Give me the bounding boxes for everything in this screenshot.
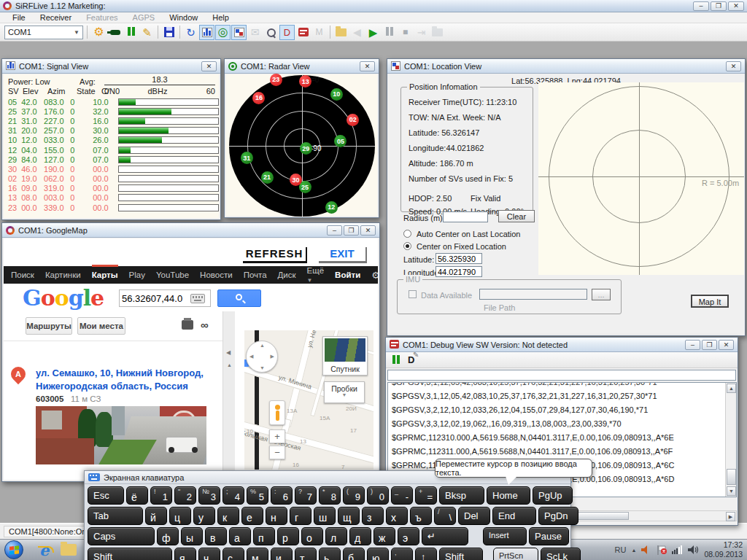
port-selector[interactable]: COM1 ▼ <box>4 26 83 39</box>
play-button[interactable]: ▶ <box>365 25 381 40</box>
key-Shift[interactable]: Shift <box>439 548 483 560</box>
vertical-scrollbar[interactable]: ▲ ▼ <box>725 383 736 497</box>
gear-icon[interactable]: ⚙ <box>371 270 378 281</box>
key-9[interactable]: (9 <box>343 486 365 505</box>
key-\[interactable]: /\ <box>434 507 456 525</box>
key-у[interactable]: у <box>193 507 215 525</box>
key-4[interactable]: ;4 <box>222 486 244 505</box>
close-icon[interactable]: ✕ <box>726 61 741 71</box>
radar-view-titlebar[interactable]: COM1: Radar View ✕ <box>225 59 379 74</box>
key-з[interactable]: з <box>362 507 384 525</box>
key-с[interactable]: с <box>222 548 244 560</box>
volume-icon[interactable] <box>688 545 699 554</box>
key-ё[interactable]: ё <box>126 486 148 505</box>
file-path-input[interactable] <box>479 289 587 300</box>
key-↑[interactable]: ↑ <box>415 548 437 560</box>
pause-output-button[interactable] <box>392 355 400 365</box>
scroll-down-icon[interactable]: ▼ <box>727 486 736 496</box>
close-log-button[interactable] <box>430 25 445 40</box>
menu-agps[interactable]: AGPS <box>126 12 162 23</box>
key-о[interactable]: о <box>301 527 323 545</box>
stop-button[interactable]: ■ <box>398 25 413 40</box>
nav-новости[interactable]: Новости <box>200 268 233 282</box>
lng-input[interactable] <box>436 266 482 277</box>
maximize-button[interactable]: ❐ <box>711 1 727 11</box>
minimize-button[interactable]: – <box>693 1 709 11</box>
key-ц[interactable]: ц <box>169 507 191 525</box>
key-ш[interactable]: ш <box>314 507 336 525</box>
open-log-button[interactable] <box>333 25 349 40</box>
debug-view-button[interactable]: D <box>279 25 295 40</box>
key-5[interactable]: %5 <box>247 486 268 505</box>
radar-view-button[interactable]: ◎ <box>215 25 231 40</box>
main-window-titlebar[interactable]: SiRFLive 1.12 Marketing: – ❐ ✕ <box>0 0 747 12</box>
menu-features[interactable]: Features <box>80 12 124 23</box>
refresh-button[interactable]: REFRESH <box>243 247 307 263</box>
collapse-panel-icon[interactable]: ◀ <box>226 349 231 356</box>
messages-disabled-button[interactable]: ✉ <box>247 25 263 40</box>
lat-input[interactable] <box>436 253 482 264</box>
edit-notes-button[interactable]: ✎ <box>139 25 155 40</box>
key-б[interactable]: б <box>343 548 365 560</box>
key-Caps[interactable]: Caps <box>88 527 155 545</box>
map-canvas[interactable]: ул. Нестерова ул. Минина Большая Печерск… <box>244 330 374 470</box>
zoom-in-button[interactable]: + <box>269 429 285 443</box>
key-PgDn[interactable]: PgDn <box>538 507 578 525</box>
signin-link[interactable]: Войти <box>335 271 360 279</box>
key-п[interactable]: п <box>253 527 275 545</box>
fixed-center-radio[interactable] <box>403 242 411 250</box>
key-я[interactable]: я <box>174 548 196 560</box>
satellite-toggle[interactable]: Спутник <box>322 336 368 376</box>
zoom-out-button[interactable]: − <box>269 446 285 459</box>
key-0[interactable]: )0 <box>367 486 389 505</box>
internet-explorer-button[interactable]: e <box>39 541 49 559</box>
close-icon[interactable]: ✕ <box>360 225 376 236</box>
scroll-up-icon[interactable]: ▲ <box>727 384 736 393</box>
key--[interactable]: _- <box>391 486 413 505</box>
explorer-button[interactable] <box>61 544 77 556</box>
key-ь[interactable]: ь <box>319 548 341 560</box>
settings-button[interactable]: ⚙ <box>91 25 107 40</box>
key-к[interactable]: к <box>217 507 239 525</box>
key-PgUp[interactable]: PgUp <box>533 486 573 505</box>
nav-почта[interactable]: Почта <box>244 268 267 282</box>
key-Tab[interactable]: Tab <box>88 507 143 525</box>
pegman-control[interactable] <box>269 400 285 425</box>
map-it-button[interactable]: Map It <box>691 295 729 308</box>
key-3[interactable]: №3 <box>198 486 220 505</box>
search-button[interactable] <box>217 289 261 307</box>
key-7[interactable]: ?7 <box>295 486 317 505</box>
minimize-icon[interactable]: – <box>327 225 342 236</box>
menu-receiver[interactable]: Receiver <box>34 12 78 23</box>
link-icon[interactable]: ∞ <box>201 319 209 331</box>
command-input[interactable] <box>387 370 736 381</box>
key-щ[interactable]: щ <box>338 507 360 525</box>
key-в[interactable]: в <box>205 527 227 545</box>
location-view-titlebar[interactable]: COM1: Location View ✕ <box>387 59 745 74</box>
location-view-button[interactable] <box>231 25 247 40</box>
key-End[interactable]: End <box>492 507 536 525</box>
googlemap-titlebar[interactable]: COM1: GoogleMap – ❐ ✕ <box>2 223 379 238</box>
step-forward-button[interactable]: ⇥ <box>414 25 429 40</box>
minimize-icon[interactable]: – <box>685 340 700 350</box>
key-Del[interactable]: Del <box>458 507 490 525</box>
nav-youtube[interactable]: YouTube <box>156 268 189 282</box>
key-Insert[interactable]: Insert <box>483 527 527 545</box>
key-Bksp[interactable]: Bksp <box>439 486 484 505</box>
nav-картинки[interactable]: Картинки <box>45 268 81 282</box>
clock[interactable]: 17:32 08.09.2013 <box>704 540 743 559</box>
action-center-icon[interactable] <box>657 545 667 555</box>
save-button[interactable] <box>161 25 177 40</box>
scroll-right-icon[interactable]: ▶ <box>726 512 735 521</box>
nav-карты[interactable]: Карты <box>92 268 118 282</box>
key-PrtScn[interactable]: PrtScn <box>493 548 538 560</box>
data-available-checkbox[interactable] <box>409 290 417 298</box>
error-messages-button[interactable] <box>295 25 311 40</box>
map-pan-control[interactable]: ▲ ▼ ◀ ▶ <box>246 341 278 373</box>
panel-scrollbar[interactable]: ◀ ▲ <box>222 311 235 480</box>
exit-button[interactable]: EXIT <box>319 247 367 263</box>
menu-help[interactable]: Help <box>206 12 236 23</box>
key-н[interactable]: н <box>266 507 287 525</box>
signal-view-titlebar[interactable]: COM1: Signal View ✕ <box>2 59 220 74</box>
keyboard-icon[interactable] <box>190 294 205 303</box>
